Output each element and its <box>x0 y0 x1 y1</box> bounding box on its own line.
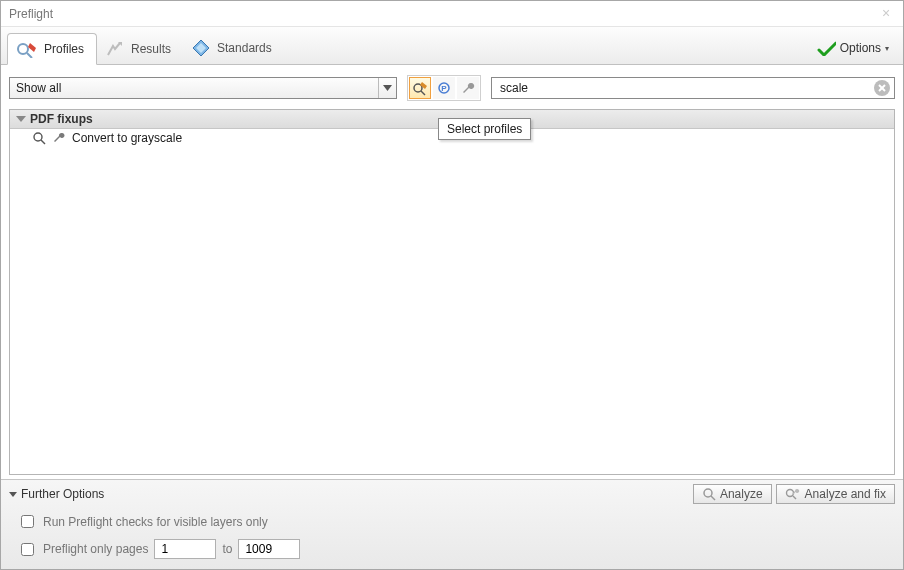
svg-line-15 <box>711 496 715 500</box>
close-icon[interactable]: × <box>877 5 895 23</box>
tab-label: Results <box>131 42 171 56</box>
tab-label: Profiles <box>44 42 84 56</box>
titlebar: Preflight × <box>1 1 903 27</box>
svg-line-7 <box>421 91 425 95</box>
preflight-window: Preflight × Profiles Results Standar <box>0 0 904 570</box>
tab-profiles[interactable]: Profiles <box>7 33 97 65</box>
magnifier-wrench-icon <box>785 487 801 501</box>
group-title: PDF fixups <box>30 112 93 126</box>
to-label: to <box>222 542 232 556</box>
svg-point-0 <box>18 44 28 54</box>
checkmark-icon <box>816 40 836 56</box>
pages-range-option[interactable]: Preflight only pages to <box>9 539 895 559</box>
profiles-list: PDF fixups Convert to grayscale Select p… <box>9 109 895 475</box>
checkbox-label: Preflight only pages <box>43 542 148 556</box>
svg-line-13 <box>41 140 45 144</box>
filter-dropdown[interactable]: Show all <box>9 77 397 99</box>
results-icon <box>105 40 125 58</box>
analyze-and-fix-button[interactable]: Analyze and fix <box>776 484 895 504</box>
clear-search-icon[interactable] <box>874 80 890 96</box>
search-box[interactable] <box>491 77 895 99</box>
visible-layers-checkbox[interactable] <box>21 515 34 528</box>
svg-text:P: P <box>441 84 447 93</box>
window-title: Preflight <box>9 7 53 21</box>
footer-heading: Further Options <box>21 487 104 501</box>
tab-standards[interactable]: Standards <box>183 32 284 64</box>
magnifier-icon <box>32 131 46 145</box>
footer: Further Options Analyze Analyz <box>1 479 903 569</box>
select-profiles-button[interactable] <box>409 77 431 99</box>
filter-selected: Show all <box>16 81 61 95</box>
check-icon: P <box>436 80 452 96</box>
svg-line-1 <box>27 53 32 58</box>
caret-down-icon: ▾ <box>885 44 889 53</box>
analyze-button[interactable]: Analyze <box>693 484 772 504</box>
list-item-label: Convert to grayscale <box>72 131 182 145</box>
chevron-down-icon <box>378 78 396 98</box>
tab-label: Standards <box>217 41 272 55</box>
triangle-down-icon <box>9 492 17 497</box>
svg-point-16 <box>786 490 793 497</box>
profiles-icon <box>16 40 38 58</box>
visible-layers-option[interactable]: Run Preflight checks for visible layers … <box>9 512 895 531</box>
standards-icon <box>191 38 211 58</box>
toolbar: Show all P <box>1 65 903 105</box>
magnifier-icon <box>702 487 716 501</box>
options-label: Options <box>840 41 881 55</box>
wrench-icon <box>460 80 476 96</box>
svg-point-14 <box>704 489 712 497</box>
svg-marker-5 <box>383 85 392 91</box>
wrench-icon <box>52 131 66 145</box>
checkbox-label: Run Preflight checks for visible layers … <box>43 515 268 529</box>
profile-icon <box>412 80 428 96</box>
page-from-input[interactable] <box>154 539 216 559</box>
pages-range-checkbox[interactable] <box>21 543 34 556</box>
select-fixups-button[interactable] <box>457 77 479 99</box>
options-button[interactable]: Options ▾ <box>808 36 897 60</box>
further-options-toggle[interactable]: Further Options <box>9 487 104 501</box>
svg-point-12 <box>34 133 42 141</box>
svg-line-17 <box>793 496 796 499</box>
tab-bar: Profiles Results Standards Options ▾ <box>1 27 903 65</box>
search-input[interactable] <box>496 81 874 95</box>
page-to-input[interactable] <box>238 539 300 559</box>
select-checks-button[interactable]: P <box>433 77 455 99</box>
collapse-triangle-icon <box>16 116 26 122</box>
tooltip: Select profiles <box>438 118 531 140</box>
profile-type-filter: P <box>407 75 481 101</box>
tab-results[interactable]: Results <box>97 34 183 64</box>
